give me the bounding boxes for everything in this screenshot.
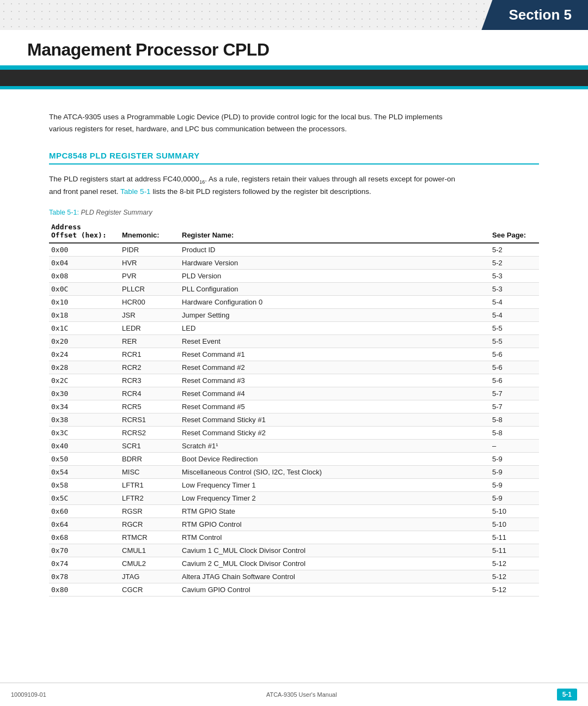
cell-mnemonic: CMUL2 <box>120 557 180 570</box>
cell-register-name: Low Frequency Timer 2 <box>180 491 490 504</box>
cell-register-name: Hardware Version <box>180 256 490 269</box>
intro-text: The ATCA-9305 uses a Programmable Logic … <box>49 111 457 135</box>
table-row: 0x70CMUL1Cavium 1 C_MUL Clock Divisor Co… <box>49 544 539 557</box>
section-label: Section 5 <box>509 7 572 23</box>
register-table: Address Offset (hex): Mnemonic: Register… <box>49 221 539 597</box>
table-row: 0x80CGCRCavium GPIO Control5-12 <box>49 583 539 596</box>
cell-register-name: Miscellaneous Control (SIO, I2C, Test Cl… <box>180 465 490 478</box>
cell-address: 0x00 <box>49 243 120 257</box>
cell-mnemonic: RCRS1 <box>120 413 180 426</box>
header: Section 5 Management Processor CPLD <box>0 0 588 89</box>
table-caption-text: PLD Register Summary <box>81 209 152 216</box>
table-row: 0x2CRCR3Reset Command #35-6 <box>49 374 539 387</box>
cell-mnemonic: RCR2 <box>120 361 180 374</box>
cell-mnemonic: BDRR <box>120 452 180 465</box>
cell-address: 0x28 <box>49 361 120 374</box>
cell-see-page: 5-7 <box>490 387 539 400</box>
dots-pattern: Section 5 <box>0 0 588 30</box>
cell-see-page: 5-12 <box>490 557 539 570</box>
cell-see-page: 5-6 <box>490 361 539 374</box>
section-desc: The PLD registers start at address FC40,… <box>49 173 457 198</box>
page-footer: 10009109-01 ATCA-9305 User's Manual 5-1 <box>0 683 588 706</box>
cell-address: 0x60 <box>49 504 120 518</box>
cell-address: 0x78 <box>49 570 120 583</box>
cell-register-name: Reset Event <box>180 334 490 348</box>
cell-register-name: Low Frequency Timer 1 <box>180 478 490 491</box>
table-row: 0x20RERReset Event5-5 <box>49 334 539 348</box>
table-row: 0x5CLFTR2Low Frequency Timer 25-9 <box>49 491 539 504</box>
dark-bar <box>0 70 588 86</box>
cell-address: 0x80 <box>49 583 120 596</box>
desc-subscript: 16 <box>199 179 205 185</box>
col-header-address: Address Offset (hex): <box>49 221 120 243</box>
teal-bar-thick <box>0 65 588 70</box>
cell-see-page: 5-2 <box>490 256 539 269</box>
table-row: 0x10HCR00Hardware Configuration 05-4 <box>49 295 539 308</box>
cell-address: 0x50 <box>49 452 120 465</box>
cell-mnemonic: PIDR <box>120 243 180 257</box>
cell-see-page: 5-6 <box>490 348 539 361</box>
cell-see-page: 5-4 <box>490 308 539 321</box>
table-row: 0x24RCR1Reset Command #15-6 <box>49 348 539 361</box>
cell-see-page: 5-11 <box>490 544 539 557</box>
cell-mnemonic: RGCR <box>120 518 180 531</box>
cell-see-page: 5-12 <box>490 570 539 583</box>
cell-see-page: 5-9 <box>490 491 539 504</box>
cell-mnemonic: RCR3 <box>120 374 180 387</box>
cell-see-page: 5-9 <box>490 452 539 465</box>
desc-part1: The PLD registers start at address FC40,… <box>49 175 199 183</box>
teal-bar-thin <box>0 86 588 89</box>
cell-register-name: Reset Command Sticky #2 <box>180 426 490 439</box>
cell-see-page: 5-2 <box>490 243 539 257</box>
table-caption-label: Table 5-1: <box>49 209 79 216</box>
cell-mnemonic: SCR1 <box>120 439 180 452</box>
table-caption: Table 5-1: PLD Register Summary <box>49 209 539 216</box>
cell-see-page: 5-4 <box>490 295 539 308</box>
cell-register-name: Altera JTAG Chain Software Control <box>180 570 490 583</box>
cell-address: 0x3C <box>49 426 120 439</box>
table-row: 0x40SCR1Scratch #1¹– <box>49 439 539 452</box>
cell-address: 0x64 <box>49 518 120 531</box>
cell-address: 0x34 <box>49 400 120 413</box>
table-link[interactable]: Table 5-1 <box>120 187 151 196</box>
content-area: The ATCA-9305 uses a Programmable Logic … <box>0 89 588 618</box>
cell-register-name: Cavium GPIO Control <box>180 583 490 596</box>
footer-doc-number: 10009109-01 <box>11 691 46 698</box>
cell-see-page: 5-6 <box>490 374 539 387</box>
cell-address: 0x2C <box>49 374 120 387</box>
cell-see-page: 5-9 <box>490 465 539 478</box>
table-row: 0x74CMUL2Cavium 2 C_MUL Clock Divisor Co… <box>49 557 539 570</box>
table-row: 0x34RCR5Reset Command #55-7 <box>49 400 539 413</box>
cell-register-name: Reset Command #1 <box>180 348 490 361</box>
table-row: 0x0CPLLCRPLL Configuration5-3 <box>49 282 539 295</box>
table-row: 0x28RCR2Reset Command #25-6 <box>49 361 539 374</box>
cell-see-page: 5-8 <box>490 413 539 426</box>
table-row: 0x64RGCRRTM GPIO Control5-10 <box>49 518 539 531</box>
cell-mnemonic: LFTR1 <box>120 478 180 491</box>
cell-address: 0x40 <box>49 439 120 452</box>
cell-mnemonic: PLLCR <box>120 282 180 295</box>
cell-see-page: 5-8 <box>490 426 539 439</box>
cell-address: 0x10 <box>49 295 120 308</box>
mpc-heading: MPC8548 PLD REGISTER SUMMARY <box>49 151 539 165</box>
table-row: 0x38RCRS1Reset Command Sticky #15-8 <box>49 413 539 426</box>
cell-address: 0x20 <box>49 334 120 348</box>
cell-address: 0x68 <box>49 531 120 544</box>
cell-address: 0x24 <box>49 348 120 361</box>
cell-mnemonic: HCR00 <box>120 295 180 308</box>
table-row: 0x3CRCRS2Reset Command Sticky #25-8 <box>49 426 539 439</box>
cell-address: 0x5C <box>49 491 120 504</box>
table-row: 0x04HVRHardware Version5-2 <box>49 256 539 269</box>
cell-see-page: 5-3 <box>490 269 539 282</box>
cell-mnemonic: HVR <box>120 256 180 269</box>
table-row: 0x1CLEDRLED5-5 <box>49 321 539 334</box>
cell-register-name: LED <box>180 321 490 334</box>
cell-mnemonic: CGCR <box>120 583 180 596</box>
cell-register-name: Cavium 1 C_MUL Clock Divisor Control <box>180 544 490 557</box>
cell-see-page: 5-12 <box>490 583 539 596</box>
cell-address: 0x54 <box>49 465 120 478</box>
cell-register-name: Hardware Configuration 0 <box>180 295 490 308</box>
cell-register-name: PLL Configuration <box>180 282 490 295</box>
cell-mnemonic: RER <box>120 334 180 348</box>
cell-mnemonic: RGSR <box>120 504 180 518</box>
